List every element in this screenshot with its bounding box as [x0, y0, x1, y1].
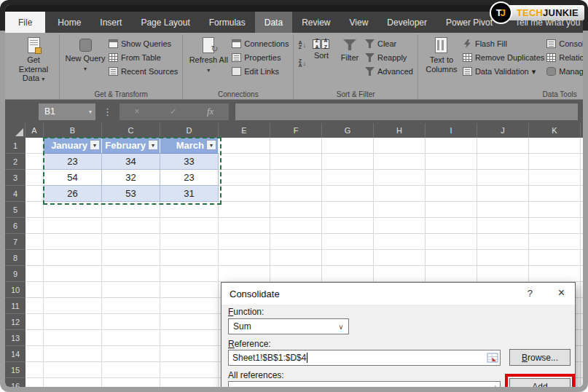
cell-K7[interactable] [529, 234, 581, 250]
relationships-button[interactable]: Relationships [546, 52, 583, 63]
cell-C14[interactable] [102, 346, 160, 362]
cell-C2[interactable]: 34 [102, 154, 160, 170]
clear-button[interactable]: Clear [365, 39, 413, 49]
col-header-G[interactable]: G [322, 123, 374, 138]
cell-C10[interactable] [102, 282, 160, 298]
cell-B10[interactable] [44, 282, 102, 298]
cell-E2[interactable] [219, 154, 270, 170]
cell-J3[interactable] [477, 170, 529, 186]
sort-descending-button[interactable]: ZA↓ [298, 58, 306, 69]
all-references-listbox[interactable]: ∧ ∨ [228, 381, 501, 387]
cell-A11[interactable] [26, 298, 44, 314]
cell-I5[interactable] [426, 202, 477, 218]
filter-button-D[interactable]: ▼ [206, 140, 216, 150]
cell-J6[interactable] [477, 218, 529, 234]
tab-page-layout[interactable]: Page Layout [131, 12, 199, 33]
range-select-icon[interactable] [487, 353, 498, 363]
tab-developer[interactable]: Developer [377, 12, 436, 33]
remove-duplicates-button[interactable]: Remove Duplicates [463, 52, 544, 63]
cell-D16[interactable] [160, 378, 219, 387]
cell-D1[interactable]: March▼ [160, 138, 219, 154]
cell-J9[interactable] [477, 266, 529, 282]
cell-K5[interactable] [529, 202, 581, 218]
browse-button[interactable]: Browse... [509, 349, 571, 366]
cell-B2[interactable]: 23 [44, 154, 102, 170]
cell-D9[interactable] [160, 266, 219, 282]
cell-B14[interactable] [44, 346, 102, 362]
name-box[interactable]: B1 ▾ [39, 103, 95, 120]
cell-B16[interactable] [44, 378, 102, 387]
cell-I7[interactable] [426, 234, 477, 250]
cell-H4[interactable] [374, 186, 426, 202]
row-header-7[interactable]: 7 [5, 234, 26, 250]
cell-J7[interactable] [477, 234, 529, 250]
row-header-8[interactable]: 8 [5, 250, 26, 266]
cell-B15[interactable] [44, 362, 102, 378]
cell-B3[interactable]: 54 [44, 170, 102, 186]
filter-button-B[interactable]: ▼ [90, 140, 100, 150]
cell-C1[interactable]: February▼ [102, 138, 160, 154]
cell-G1[interactable] [322, 138, 374, 154]
cell-C8[interactable] [102, 250, 160, 266]
cell-E5[interactable] [219, 202, 270, 218]
cell-B4[interactable]: 26 [44, 186, 102, 202]
cell-D11[interactable] [160, 298, 219, 314]
cell-F6[interactable] [270, 218, 322, 234]
cell-C12[interactable] [102, 314, 160, 330]
cell-G3[interactable] [322, 170, 374, 186]
tab-data[interactable]: Data [255, 12, 292, 33]
cell-B6[interactable] [44, 218, 102, 234]
row-header-4[interactable]: 4 [5, 186, 26, 202]
row-header-16[interactable]: 16 [5, 378, 26, 387]
formula-input[interactable] [235, 103, 578, 120]
cell-A1[interactable] [26, 138, 44, 154]
cell-I8[interactable] [426, 250, 477, 266]
cell-E3[interactable] [219, 170, 270, 186]
cell-J5[interactable] [477, 202, 529, 218]
cell-A9[interactable] [26, 266, 44, 282]
recent-sources-button[interactable]: Recent Sources [109, 66, 178, 77]
cell-D8[interactable] [160, 250, 219, 266]
cell-A15[interactable] [26, 362, 44, 378]
cell-E9[interactable] [219, 266, 270, 282]
cell-D2[interactable]: 33 [160, 154, 219, 170]
col-header-A[interactable]: A [26, 123, 44, 138]
col-header-D[interactable]: D [160, 123, 219, 138]
reference-input[interactable]: Sheet1!$B$1:$D$4 [228, 350, 501, 366]
cell-D5[interactable] [160, 202, 219, 218]
cell-H9[interactable] [374, 266, 426, 282]
scroll-up-icon[interactable]: ∧ [493, 383, 498, 387]
cell-D3[interactable]: 23 [160, 170, 219, 186]
row-header-6[interactable]: 6 [5, 218, 26, 234]
cell-E6[interactable] [219, 218, 270, 234]
function-select[interactable]: Sum ∨ [228, 318, 349, 334]
cell-H1[interactable] [374, 138, 426, 154]
cell-C7[interactable] [102, 234, 160, 250]
connections-button[interactable]: Connections [232, 39, 289, 49]
cell-D6[interactable] [160, 218, 219, 234]
col-header-B[interactable]: B [44, 123, 102, 138]
cell-K4[interactable] [529, 186, 581, 202]
cell-E4[interactable] [219, 186, 270, 202]
col-header-K[interactable]: K [529, 123, 581, 138]
cell-E1[interactable] [219, 138, 270, 154]
row-header-11[interactable]: 11 [5, 298, 26, 314]
cell-G7[interactable] [322, 234, 374, 250]
cell-E7[interactable] [219, 234, 270, 250]
cell-H5[interactable] [374, 202, 426, 218]
col-header-I[interactable]: I [426, 123, 477, 138]
data-validation-button[interactable]: Data Validation ▾ [463, 66, 544, 77]
row-header-1[interactable]: 1 [5, 138, 26, 154]
cell-C13[interactable] [102, 330, 160, 346]
manage-data-model-button[interactable]: Manage Data Model [546, 66, 583, 77]
cell-K9[interactable] [529, 266, 581, 282]
cell-D10[interactable] [160, 282, 219, 298]
cell-A7[interactable] [26, 234, 44, 250]
cell-F2[interactable] [270, 154, 322, 170]
cell-K1[interactable] [529, 138, 581, 154]
cell-G6[interactable] [322, 218, 374, 234]
row-header-15[interactable]: 15 [5, 362, 26, 378]
cell-G2[interactable] [322, 154, 374, 170]
cell-C3[interactable]: 32 [102, 170, 160, 186]
cell-B1[interactable]: January▼ [44, 138, 102, 154]
